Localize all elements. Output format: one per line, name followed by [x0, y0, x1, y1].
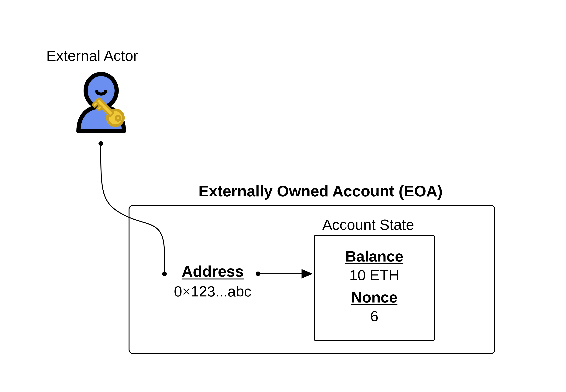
nonce-label: Nonce: [351, 289, 398, 306]
external-actor-label: External Actor: [46, 47, 138, 64]
address-group: Address 0×123...abc: [174, 263, 252, 300]
address-value: 0×123...abc: [174, 283, 252, 300]
external-actor-icon-group: [66, 71, 136, 141]
nonce-value: 6: [370, 308, 378, 325]
account-state-box: Balance 10 ETH Nonce 6: [314, 235, 435, 341]
address-label: Address: [174, 263, 252, 280]
account-state-title: Account State: [322, 216, 414, 233]
eoa-title: Externally Owned Account (EOA): [198, 182, 443, 200]
connector-start-dot: [99, 141, 103, 146]
balance-value: 10 ETH: [349, 267, 399, 284]
balance-label: Balance: [345, 248, 403, 265]
eoa-diagram: External Actor Externally Owned Account …: [0, 0, 566, 392]
